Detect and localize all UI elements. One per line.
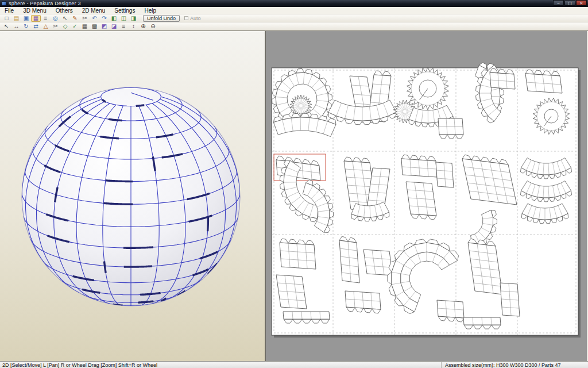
grid-icon[interactable]: ▦: [80, 23, 90, 30]
rotate-part-icon[interactable]: ↻: [21, 23, 31, 30]
align-icon[interactable]: ≡: [119, 23, 129, 30]
unfold-undo-button[interactable]: Unfold Undo: [143, 15, 180, 22]
menu-file[interactable]: File: [0, 7, 18, 14]
divide-edge-icon[interactable]: ✂: [51, 23, 60, 30]
zoom-out-icon[interactable]: ⊖: [148, 23, 158, 30]
3d-viewport[interactable]: [0, 31, 266, 362]
edit-flap-icon[interactable]: △: [41, 23, 51, 30]
statusbar: 2D [Select/Move] L [Pan] R or Wheel Drag…: [0, 361, 588, 368]
menu-help[interactable]: Help: [140, 7, 161, 14]
sphere-3d-canvas[interactable]: [0, 31, 265, 362]
flip-part-icon[interactable]: ⇄: [31, 23, 41, 30]
app-window: sphere - Pepakura Designer 3 – ▢ ✕ File3…: [0, 0, 588, 368]
menubar: File3D MenuOthers2D MenuSettingsHelp: [0, 7, 588, 14]
view-2d-window-icon[interactable]: ◨: [129, 15, 138, 22]
app-icon: [2, 1, 6, 6]
send-back-icon[interactable]: ◪: [109, 23, 119, 30]
toolbar-2d: ↖↔↻⇄△✂◇✓▦▩◩◪≡↕⊕⊖: [0, 22, 588, 30]
auto-checkbox-box[interactable]: [184, 16, 188, 20]
menu-settings[interactable]: Settings: [110, 7, 140, 14]
new-file-icon[interactable]: □: [2, 15, 11, 22]
titlebar: sphere - Pepakura Designer 3 – ▢ ✕: [0, 0, 588, 7]
status-assembled-size: Assembled size(mm): H300 W300 D300 / Par…: [441, 362, 588, 368]
toolbar-main-icons: □▤▣▦≡◎↖✎✂↶↷◧◫◨: [2, 15, 138, 22]
print-icon[interactable]: ≡: [41, 15, 51, 22]
bring-front-icon[interactable]: ◩: [99, 23, 109, 30]
open-folder-icon[interactable]: ▤: [11, 15, 21, 22]
view-split-window-icon[interactable]: ◫: [119, 15, 129, 22]
move-part-icon[interactable]: ↔: [11, 23, 21, 30]
zoom-in-icon[interactable]: ⊕: [138, 23, 148, 30]
auto-checkbox-label: Auto: [190, 16, 201, 21]
scissors-icon[interactable]: ✂: [80, 15, 90, 22]
join-edge-icon[interactable]: ◇: [60, 23, 70, 30]
texture-settings-icon[interactable]: ▦: [31, 15, 41, 22]
close-button[interactable]: ✕: [576, 0, 587, 6]
window-title: sphere - Pepakura Designer 3: [9, 1, 81, 6]
select-2d-icon[interactable]: ↖: [2, 23, 11, 30]
menu-2d[interactable]: 2D Menu: [78, 7, 110, 14]
undo-icon[interactable]: ↶: [90, 15, 99, 22]
save-icon[interactable]: ▣: [21, 15, 31, 22]
pointer-icon[interactable]: ↖: [60, 15, 70, 22]
toolbar-main: □▤▣▦≡◎↖✎✂↶↷◧◫◨ Unfold Undo Auto: [0, 14, 588, 22]
view-3d-window-icon[interactable]: ◧: [109, 15, 119, 22]
toolbar-2d-icons: ↖↔↻⇄△✂◇✓▦▩◩◪≡↕⊕⊖: [2, 23, 158, 30]
minimize-button[interactable]: –: [553, 0, 564, 6]
display-settings-icon[interactable]: ◎: [51, 15, 60, 22]
window-controls: – ▢ ✕: [553, 0, 587, 6]
pan-2d-icon[interactable]: ↕: [129, 23, 138, 30]
redo-icon[interactable]: ↷: [99, 15, 109, 22]
maximize-button[interactable]: ▢: [564, 0, 575, 6]
2d-viewport[interactable]: [266, 31, 587, 362]
pattern-2d-canvas[interactable]: [266, 31, 587, 362]
menu-3d[interactable]: 3D Menu: [18, 7, 51, 14]
check-edge-icon[interactable]: ✓: [70, 23, 80, 30]
arrange-parts-icon[interactable]: ▩: [90, 23, 99, 30]
status-hint: 2D [Select/Move] L [Pan] R or Wheel Drag…: [0, 362, 441, 368]
auto-checkbox[interactable]: Auto: [184, 16, 201, 21]
pen-icon[interactable]: ✎: [70, 15, 80, 22]
menu-others[interactable]: Others: [51, 7, 78, 14]
main-area: [0, 30, 588, 361]
